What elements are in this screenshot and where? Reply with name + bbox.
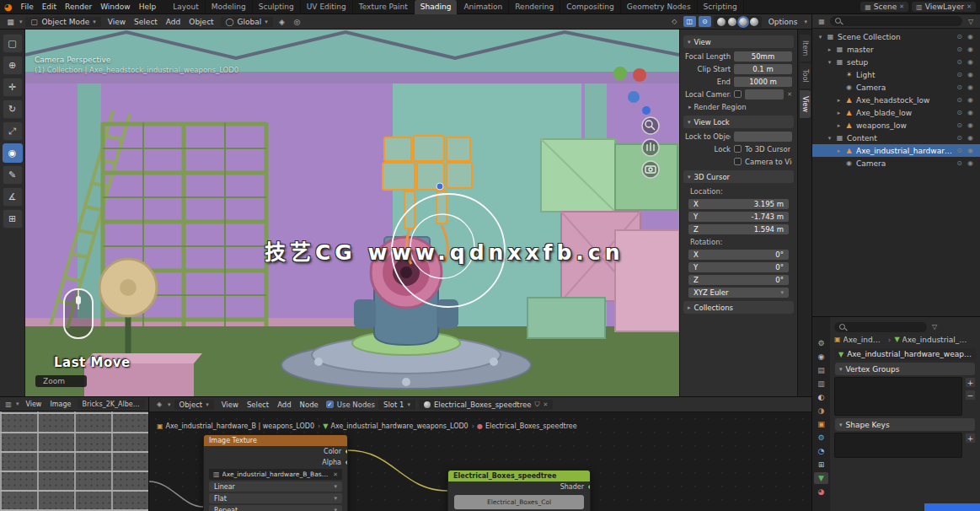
workspace-tab[interactable]: Geometry Nodes [621,0,698,14]
shader-editor-menu[interactable]: Select [243,400,273,410]
image-texture-node[interactable]: Image Texture Color Alpha [203,434,348,511]
properties-search[interactable] [834,322,927,332]
n-panel-tab[interactable]: Item [800,35,811,62]
properties-tab[interactable]: ⚙ [814,337,828,349]
panel-header-vertex-groups[interactable]: Vertex Groups [835,363,975,375]
tool-button[interactable]: ◉ [3,143,23,163]
lock-object-field[interactable] [734,132,792,142]
disable-in-render-icon[interactable]: ◉ [965,147,976,154]
unlink-material-icon[interactable]: ✕ [543,401,548,408]
tool-button[interactable]: ▢ [3,34,23,53]
unlink-scene-icon[interactable]: ✕ [899,3,904,10]
value-field[interactable]: 1000 m [734,77,792,87]
breadcrumb-segment[interactable]: ▼ Axe_industrial_hardware_weapons_LOD0 [894,336,976,344]
expand-icon[interactable]: ▸ [834,110,843,116]
output-socket[interactable] [345,460,348,465]
viewport-menu[interactable]: Object [185,17,217,27]
disable-in-render-icon[interactable]: ◉ [965,46,976,53]
slot-dropdown[interactable]: Slot 1 ▾ [378,400,415,410]
mode-dropdown[interactable]: ▢ Object Mode ▾ [25,17,101,27]
disable-in-render-icon[interactable]: ◉ [965,33,976,40]
properties-tab[interactable]: ◉ [814,351,828,363]
outliner-editor-icon[interactable]: ▦ [817,18,827,25]
cursor-rotation-field[interactable]: X 0° [688,250,789,260]
n-panel-tab[interactable]: Tool [800,63,811,89]
hide-in-viewport-icon[interactable]: ⊙ [954,46,965,53]
viewport-3d[interactable]: Camera Perspective (1) Collection | Axe_… [25,30,679,396]
cursor-location-field[interactable]: X 3.195 m [688,199,789,209]
workspace-tab[interactable]: Modeling [206,0,253,14]
topbar-menu[interactable]: Edit [38,2,61,12]
hide-in-viewport-icon[interactable]: ⊙ [954,83,965,91]
properties-tab[interactable]: ⚙ [814,432,828,444]
node-dropdown[interactable]: Linear ▾ [209,481,342,492]
value-field[interactable]: 0.1 m [734,64,792,74]
properties-tab[interactable]: ▤ [814,364,828,376]
properties-tab[interactable]: ◕ [814,486,828,498]
expand-icon[interactable]: ▾ [825,135,834,142]
render-region-subpanel[interactable]: Render Region [685,103,747,111]
hide-in-viewport-icon[interactable]: ⊙ [954,71,965,78]
options-dropdown[interactable]: Options [764,17,802,27]
clear-local-camera-icon[interactable]: ✕ [787,91,792,98]
cursor-rotation-field[interactable]: Y 0° [688,262,789,272]
outliner-row[interactable]: ▸ ▲ Axe_blade_low ⊙ ◉ [812,106,980,119]
show-gizmo-icon[interactable]: ◇ [668,16,681,27]
local-camera-checkbox[interactable] [734,90,742,98]
zoom-button[interactable] [642,117,659,134]
outliner-search-input[interactable] [845,18,957,25]
expand-icon[interactable]: ▾ [825,59,834,66]
filter-icon[interactable]: ▽ [966,18,976,25]
editor-type-icon[interactable]: ▥ [3,401,13,408]
to-3d-cursor-checkbox[interactable] [734,145,742,153]
snap-icon[interactable]: ◈ [276,18,288,26]
outliner-row[interactable]: ▸ ▦ master ⊙ ◉ [812,43,980,56]
fake-user-shield-icon[interactable]: ⛉ [534,401,539,409]
outliner-row[interactable]: ▾ ▦ Scene Collection ⊙ ◉ [812,30,980,43]
hide-in-viewport-icon[interactable]: ⊙ [954,109,965,116]
properties-search-input[interactable] [849,323,922,331]
node-dropdown[interactable]: Flat ▾ [209,493,342,503]
n-panel-tab[interactable]: View [800,90,811,118]
output-socket[interactable] [345,449,348,455]
outliner-row[interactable]: ◉ Camera ⊙ ◉ [812,81,980,94]
node-dropdown[interactable]: Repeat ▾ [209,505,342,511]
tool-button[interactable]: ⊕ [3,56,23,75]
topbar-menu[interactable]: Help [135,2,161,12]
solid-shading-icon[interactable] [728,18,736,26]
material-preview-icon[interactable] [739,18,747,26]
remove-item-button[interactable]: − [965,390,976,401]
panel-header-3d-cursor[interactable]: 3D Cursor [683,170,794,183]
editor-type-icon[interactable]: ◈ [154,401,164,408]
topbar-menu[interactable]: Render [61,2,96,12]
tool-button[interactable]: ✎ [3,165,23,185]
workspace-tab[interactable]: Scripting [698,0,744,14]
group-field[interactable]: Electrical_Boxes_Col [454,495,584,509]
outliner-row[interactable]: ▸ ▲ Axe_headstock_low ⊙ ◉ [812,94,980,106]
expand-icon[interactable]: ▸ [834,122,843,129]
topbar-menu[interactable]: Window [96,2,135,12]
hide-in-viewport-icon[interactable]: ⊙ [954,96,965,104]
remove-view-layer-icon[interactable]: ✕ [967,3,972,10]
properties-tab[interactable]: ▣ [814,418,828,430]
blender-logo-icon[interactable]: ◕ [4,3,13,12]
panel-header-view[interactable]: View [683,35,794,48]
camera-view-button[interactable] [642,161,659,178]
panel-header-collections[interactable]: Collections [683,301,794,314]
expand-icon[interactable]: ▸ [825,46,834,53]
disable-in-render-icon[interactable]: ◉ [965,96,976,104]
properties-tab[interactable]: ◔ [814,445,828,457]
workspace-tab[interactable]: Layout [167,0,206,14]
outliner-row[interactable]: ◉ Camera ⊙ ◉ [812,157,980,169]
tool-button[interactable]: ↻ [3,100,23,119]
brick-texture-image[interactable] [0,411,148,511]
image-datablock-field[interactable]: ▥ Axe_industrial_hardware_B_BaseColor ✕ [209,469,342,480]
camera-to-view-checkbox[interactable] [734,158,742,165]
node-header[interactable]: Electrical_Boxes_speedtree [448,471,590,481]
show-overlays-icon[interactable]: ◫ [683,16,696,27]
hide-in-viewport-icon[interactable]: ⊙ [954,121,965,129]
breadcrumb-segment[interactable]: ▣ Axe_industrial_hardware_B [834,336,892,344]
workspace-tab[interactable]: Shading [415,0,458,14]
properties-tab[interactable]: ⊞ [814,459,828,471]
add-item-button[interactable]: + [965,433,976,444]
